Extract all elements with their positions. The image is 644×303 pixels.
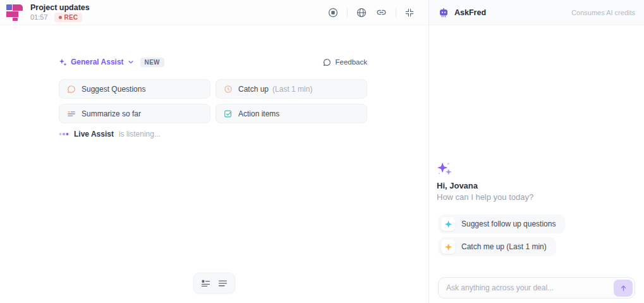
feedback-button[interactable]: Feedback: [323, 58, 367, 66]
recording-badge: REC: [54, 13, 83, 22]
app-window: Project updates 01:57 REC: [0, 0, 644, 303]
divider: [396, 8, 396, 17]
logo-block: [6, 11, 18, 17]
copy-link-button[interactable]: [375, 6, 387, 18]
live-assist-status: Live Assist is listening...: [59, 130, 161, 139]
catch-up-button[interactable]: Catch up (Last 1 min): [216, 79, 367, 99]
meeting-meta: 01:57 REC: [30, 13, 90, 22]
transcript-view-icon: [217, 278, 228, 288]
link-icon: [375, 6, 387, 18]
action-label: Summarize so far: [82, 109, 141, 118]
assist-body: General Assist NEW Feedback: [0, 25, 428, 303]
language-globe-button[interactable]: [356, 7, 367, 18]
assist-actions: Suggest Questions Catch up (Last 1 min) …: [59, 79, 367, 123]
feedback-bubble-icon: [323, 58, 331, 66]
sparkle-cyan-icon: [444, 220, 453, 228]
collapse-window-button[interactable]: [404, 8, 415, 18]
robot-icon: [438, 7, 449, 18]
topbar-actions: [327, 6, 428, 18]
meeting-panel: Project updates 01:57 REC: [0, 0, 428, 303]
live-assist-label: Live Assist: [74, 130, 114, 139]
divider: [347, 8, 348, 17]
recording-label: REC: [64, 14, 78, 21]
stop-recording-button[interactable]: [327, 7, 339, 18]
suggestion-chips: Suggest follow up questions Catch me up …: [438, 214, 565, 256]
new-badge: NEW: [140, 58, 164, 67]
ellipsis-dots-icon: [59, 132, 69, 136]
collapse-icon: [404, 8, 415, 18]
askfred-panel: AskFred Consumes AI credits Hi, Jovana H…: [428, 0, 644, 303]
chat-bubble-icon: [67, 85, 76, 94]
assist-header: General Assist NEW Feedback: [59, 56, 367, 68]
checkbox-check-icon: [224, 109, 233, 118]
globe-icon: [356, 7, 367, 18]
sparkle-icon: [59, 58, 67, 66]
action-label: Catch up: [238, 85, 269, 94]
action-suffix: (Last 1 min): [272, 85, 312, 94]
summary-view-button[interactable]: [199, 276, 212, 290]
send-button[interactable]: [614, 280, 633, 297]
chip-icon-tile: [441, 240, 455, 254]
action-label: Action items: [238, 109, 279, 118]
feedback-label: Feedback: [335, 58, 367, 66]
action-items-button[interactable]: Action items: [216, 104, 367, 123]
recording-dot-icon: [59, 16, 62, 19]
transcript-view-button[interactable]: [216, 276, 229, 290]
ask-input-bar: [438, 277, 635, 299]
chip-label: Suggest follow up questions: [461, 220, 556, 228]
greeting-subtitle: How can I help you today?: [437, 192, 533, 202]
suggest-questions-button[interactable]: Suggest Questions: [59, 79, 210, 99]
catch-me-up-chip[interactable]: Catch me up (Last 1 min): [438, 237, 556, 256]
stop-recording-icon: [327, 7, 339, 18]
summary-list-icon: [67, 109, 76, 118]
summarize-so-far-button[interactable]: Summarize so far: [59, 104, 210, 123]
chip-label: Catch me up (Last 1 min): [461, 242, 547, 251]
sparkles-icon: [436, 160, 453, 177]
meeting-topbar: Project updates 01:57 REC: [0, 0, 428, 25]
arrow-up-icon: [619, 284, 628, 292]
meeting-title-block: Project updates 01:57 REC: [30, 3, 90, 22]
app-logo-icon[interactable]: [6, 4, 23, 21]
suggest-follow-up-chip[interactable]: Suggest follow up questions: [438, 214, 565, 233]
sparkle-amber-icon: [444, 243, 453, 251]
logo-block: [13, 4, 23, 11]
chevron-down-icon: [128, 59, 134, 65]
live-assist-text: is listening...: [119, 130, 161, 139]
view-toolbar: [193, 273, 235, 294]
action-label: Suggest Questions: [82, 85, 145, 94]
askfred-header: AskFred Consumes AI credits: [429, 0, 644, 25]
assist-mode-dropdown[interactable]: General Assist: [59, 58, 134, 66]
greeting-text: Hi, Jovana: [437, 181, 478, 190]
ask-input[interactable]: [446, 283, 614, 292]
assist-mode-label: General Assist: [71, 58, 124, 66]
summary-view-icon: [200, 278, 211, 288]
chip-icon-tile: [441, 217, 455, 231]
logo-block: [6, 4, 12, 10]
askfred-title: AskFred: [454, 8, 486, 17]
logo-block: [13, 18, 18, 21]
meeting-timer: 01:57: [30, 13, 48, 21]
clock-icon: [224, 85, 233, 94]
meeting-title: Project updates: [30, 3, 90, 12]
credits-note: Consumes AI credits: [571, 9, 635, 16]
